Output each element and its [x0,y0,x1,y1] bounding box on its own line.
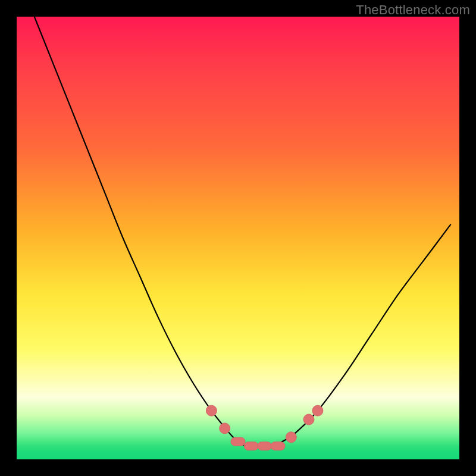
marker-point [303,414,314,425]
chart-frame: TheBottleneck.com [0,0,476,476]
plot-area [17,17,459,459]
bottleneck-curve [35,17,450,446]
marker-point [231,437,245,446]
marker-point [220,423,230,434]
overlay-svg [17,17,459,459]
marker-point [286,432,296,443]
markers-group [206,405,323,450]
marker-point [312,405,323,416]
watermark-text: TheBottleneck.com [356,2,470,18]
marker-point [244,442,258,450]
curve-group [35,17,450,446]
marker-point [258,442,272,450]
marker-point [206,405,217,416]
marker-point [271,442,285,450]
